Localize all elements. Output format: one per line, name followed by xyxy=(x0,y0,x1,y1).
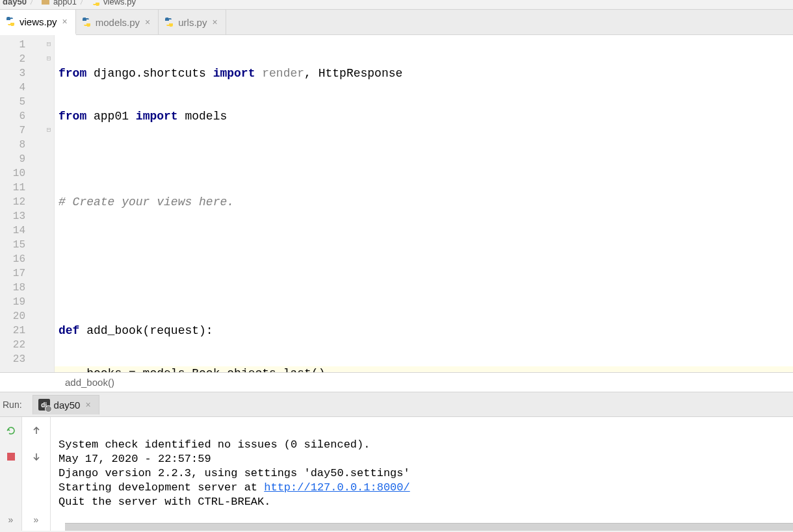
chevron-right-icon: 〉 xyxy=(79,0,88,7)
breadcrumb: day50 〉 app01 〉 views.py xyxy=(0,0,793,9)
line-number: 8 xyxy=(0,138,54,152)
rerun-button[interactable] xyxy=(4,424,18,438)
run-toolbar-output: » xyxy=(22,417,51,531)
line-number: 15 xyxy=(0,238,54,252)
line-number: 20 xyxy=(0,309,54,323)
line-number: 19 xyxy=(0,295,54,309)
context-label: add_book() xyxy=(65,377,114,388)
close-icon[interactable]: × xyxy=(144,17,151,27)
run-panel: » » System check identified no issues (0… xyxy=(0,417,793,531)
close-icon[interactable]: × xyxy=(84,399,92,410)
code-area[interactable]: from django.shortcuts import render, Htt… xyxy=(55,35,793,372)
line-number: 16 xyxy=(0,252,54,266)
python-file-icon xyxy=(81,17,92,27)
tab-models[interactable]: models.py × xyxy=(76,10,159,34)
scroll-up-button[interactable] xyxy=(29,424,44,438)
line-number: 21 xyxy=(0,323,54,338)
django-icon: dj xyxy=(38,399,50,411)
run-panel-header: Run: dj day50 × xyxy=(0,392,793,417)
python-file-icon xyxy=(90,0,101,6)
line-number: 17 xyxy=(0,266,54,281)
line-number: 18 xyxy=(0,281,54,295)
line-number: 9 xyxy=(0,152,54,166)
close-icon[interactable]: × xyxy=(61,16,69,27)
python-file-icon xyxy=(5,16,16,27)
fold-icon[interactable]: ⊟ xyxy=(45,55,53,62)
tab-label: views.py xyxy=(20,16,57,27)
scroll-down-button[interactable] xyxy=(29,450,44,464)
line-number: 1⊟ xyxy=(0,38,54,52)
close-icon[interactable]: × xyxy=(211,17,218,27)
python-folder-icon xyxy=(40,0,51,6)
expand-icon[interactable]: » xyxy=(4,513,18,527)
line-number: 13 xyxy=(0,209,54,223)
stop-button[interactable] xyxy=(4,450,18,464)
line-number: 22 xyxy=(0,338,54,352)
fold-icon[interactable]: ⊟ xyxy=(45,126,53,134)
breadcrumb-item[interactable]: views.py xyxy=(103,0,136,6)
tab-views[interactable]: views.py × xyxy=(0,10,76,35)
editor-tabs: views.py × models.py × urls.py × xyxy=(0,9,793,35)
horizontal-scrollbar[interactable] xyxy=(65,523,793,531)
line-number: 6 xyxy=(0,109,54,123)
line-number: 4 xyxy=(0,81,54,95)
run-config-label: day50 xyxy=(54,399,81,411)
line-number: 3 xyxy=(0,66,54,81)
line-number: 7⊟ xyxy=(0,123,54,138)
run-label: Run: xyxy=(0,399,27,410)
run-toolbar-left: » xyxy=(0,417,22,531)
line-number: 11 xyxy=(0,181,54,195)
line-number: 12 xyxy=(0,195,54,209)
tab-urls[interactable]: urls.py × xyxy=(159,10,226,34)
tab-label: models.py xyxy=(96,17,140,28)
line-number: 2⊟ xyxy=(0,52,54,66)
line-number: 14 xyxy=(0,223,54,238)
code-editor: 1⊟2⊟34567⊟891011121314151617181920212223… xyxy=(0,35,793,373)
console-output[interactable]: System check identified no issues (0 sil… xyxy=(51,417,793,531)
breadcrumb-item[interactable]: day50 xyxy=(3,0,27,6)
tab-label: urls.py xyxy=(178,17,207,28)
line-number-gutter: 1⊟2⊟34567⊟891011121314151617181920212223 xyxy=(0,35,55,372)
run-config-tab[interactable]: dj day50 × xyxy=(32,395,99,414)
line-number: 5 xyxy=(0,95,54,109)
breadcrumb-item[interactable]: app01 xyxy=(53,0,77,6)
fold-icon[interactable]: ⊟ xyxy=(45,40,53,48)
chevron-right-icon: 〉 xyxy=(29,0,38,7)
server-url-link[interactable]: http://127.0.0.1:8000/ xyxy=(264,481,410,494)
line-number: 23 xyxy=(0,352,54,366)
context-bar: add_book() xyxy=(0,373,793,392)
expand-icon[interactable]: » xyxy=(29,513,44,527)
line-number: 10 xyxy=(0,166,54,181)
python-file-icon xyxy=(164,17,174,27)
